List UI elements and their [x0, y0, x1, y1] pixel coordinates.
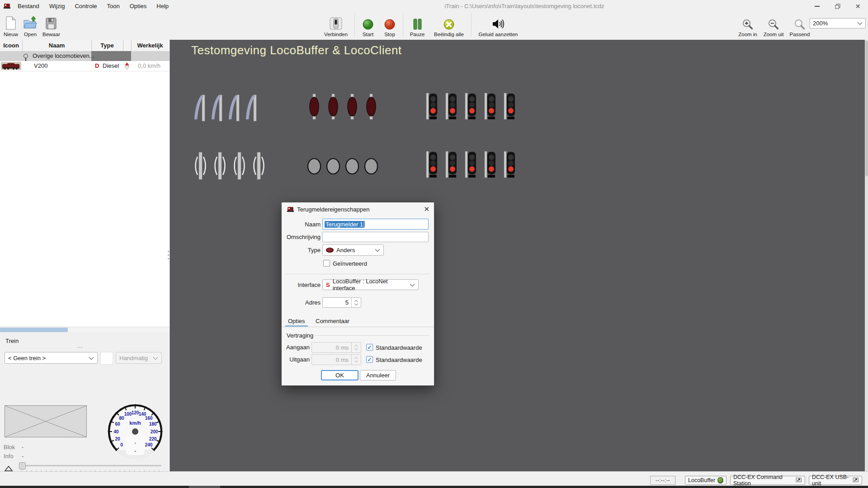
dialog-tab-opties[interactable]: Opties [288, 318, 305, 324]
three-light-signal[interactable] [464, 150, 477, 179]
oval-signal[interactable] [364, 93, 378, 120]
spinner-arrows-icon[interactable] [351, 298, 361, 307]
three-light-signal[interactable] [425, 150, 439, 179]
menu-wijzig[interactable]: Wijzig [44, 0, 70, 12]
zoom-level-select[interactable]: 200% [810, 18, 866, 28]
dialog-tab-commentaar[interactable]: Commentaar [316, 318, 349, 324]
direction-indicator-icon[interactable] [124, 62, 130, 71]
mechanical-signal[interactable] [231, 151, 247, 180]
panel-splitter[interactable] [168, 251, 169, 259]
three-light-signal[interactable] [444, 92, 458, 121]
oval-signal[interactable] [326, 93, 340, 120]
oval-signal[interactable] [307, 93, 321, 120]
pauze-button[interactable]: Pauze [408, 16, 427, 37]
type-select[interactable]: Anders [322, 244, 384, 256]
menu-bestand[interactable]: Bestand [13, 0, 44, 12]
three-light-signal[interactable] [483, 92, 497, 121]
taskbar-strip [0, 486, 868, 488]
svg-text:240: 240 [145, 442, 153, 447]
uitgaan-spinner[interactable]: 0 ms [311, 354, 361, 365]
usb-unit-button[interactable]: DCC-EX USB-unit [809, 476, 862, 485]
info-label: Info [4, 453, 14, 460]
passend-button[interactable]: Passend [788, 16, 811, 37]
three-light-signal[interactable] [444, 150, 458, 179]
train-select[interactable]: < Geen trein > [5, 352, 98, 364]
minimize-button[interactable] [807, 0, 827, 12]
signal-group-mechanical [193, 151, 266, 180]
verbinden-button[interactable]: Verbinden [322, 16, 350, 37]
start-button[interactable]: Start [359, 16, 377, 37]
column-icoon[interactable]: Icoon [0, 40, 23, 51]
zoom-out-icon [768, 16, 779, 30]
oval-type-icon [326, 248, 334, 253]
locobuffer-status-button[interactable]: LocoBuffer [685, 476, 726, 485]
three-light-signal[interactable] [503, 150, 516, 179]
ok-button[interactable]: OK [321, 370, 359, 380]
vertical-scrollbar[interactable] [865, 40, 868, 471]
mechanical-signal[interactable] [251, 151, 266, 180]
statusbar: --:--:-- LocoBuffer DCC-EX Command Stati… [0, 471, 868, 486]
column-type[interactable]: Type [91, 40, 123, 51]
locomotive-thumbnail [1, 62, 21, 70]
speed-slider-track[interactable] [20, 465, 161, 466]
close-button[interactable]: ✕ [848, 0, 868, 12]
column-naam[interactable]: Naam [22, 40, 92, 51]
round-signal[interactable] [307, 157, 322, 176]
three-light-signal[interactable] [483, 150, 497, 179]
three-light-signal[interactable] [464, 92, 477, 121]
annuleer-button[interactable]: Annuleer [360, 370, 396, 380]
aangaan-spinner[interactable]: 0 ms [311, 342, 361, 353]
nieuw-button[interactable]: Nieuw [4, 16, 18, 37]
svg-text:60: 60 [115, 422, 120, 427]
mode-select[interactable]: Handmatig [116, 352, 162, 364]
uitgaan-standaard-checkbox[interactable]: ✓ [366, 356, 373, 363]
table-row-v200[interactable]: V200 D Diesel 0,0 km/h [0, 61, 170, 71]
stop-button[interactable]: Stop [381, 16, 398, 37]
column-werkelijk[interactable]: Werkelijk [131, 40, 169, 51]
round-signal[interactable] [363, 157, 379, 176]
usb-unit-label: DCC-EX USB-unit [812, 474, 850, 487]
semaphore-signal[interactable] [244, 94, 259, 122]
column-direction[interactable] [123, 40, 132, 51]
svg-text:40: 40 [113, 429, 119, 434]
three-light-signal[interactable] [425, 92, 439, 121]
bewaar-button[interactable]: Bewaar [42, 16, 60, 37]
menu-help[interactable]: Help [151, 0, 174, 12]
interface-select[interactable]: S LocoBuffer : LocoNet interface [322, 279, 419, 290]
zoom-in-button[interactable]: Zoom in [737, 16, 759, 37]
semaphore-signal[interactable] [209, 94, 225, 122]
menu-controle[interactable]: Controle [70, 0, 102, 12]
round-signal[interactable] [344, 157, 360, 176]
geluid-button[interactable]: Geluid aanzetten [476, 16, 520, 37]
open-button[interactable]: Open [23, 16, 38, 37]
restore-button[interactable] [827, 0, 848, 12]
oval-signal[interactable] [345, 93, 359, 120]
dialog-close-button[interactable]: ✕ [424, 205, 429, 213]
three-light-signal[interactable] [503, 92, 516, 121]
menu-opties[interactable]: Opties [125, 0, 152, 12]
geinverteerd-checkbox[interactable] [323, 260, 330, 267]
zoom-level-value: 200% [813, 20, 828, 27]
semaphore-signal[interactable] [192, 94, 208, 122]
splitter-handle[interactable]: ⋯ [77, 344, 84, 351]
mechanical-signal[interactable] [212, 151, 227, 180]
scrollbar-thumb[interactable] [0, 328, 68, 332]
locomotive-panel: Icoon Naam Type Werkelijk Overige locomo… [0, 40, 170, 471]
aangaan-standaard-checkbox[interactable]: ✓ [366, 344, 373, 351]
menu-toon[interactable]: Toon [102, 0, 125, 12]
round-signal[interactable] [326, 157, 341, 176]
dialog-titlebar: Terugmeldereigenschappen ✕ [282, 202, 434, 216]
naam-input[interactable]: Terugmelder 1 [322, 219, 429, 230]
command-station-button[interactable]: DCC-EX Command Station [730, 476, 805, 485]
zoom-uit-button[interactable]: Zoom uit [762, 16, 785, 37]
adres-spinner[interactable]: 5 [322, 297, 361, 308]
speed-slider-thumb[interactable] [19, 462, 26, 469]
mechanical-signal[interactable] [193, 151, 208, 180]
semaphore-signal[interactable] [226, 94, 242, 122]
omschrijving-input[interactable] [322, 232, 429, 242]
naam-label: Naam [282, 221, 321, 228]
aangaan-label: Aangaan [282, 344, 310, 351]
beeindig-alle-button[interactable]: Beëindig alle [431, 16, 467, 37]
scrollbar-thumb[interactable] [865, 41, 868, 176]
ok-label: OK [335, 372, 344, 379]
